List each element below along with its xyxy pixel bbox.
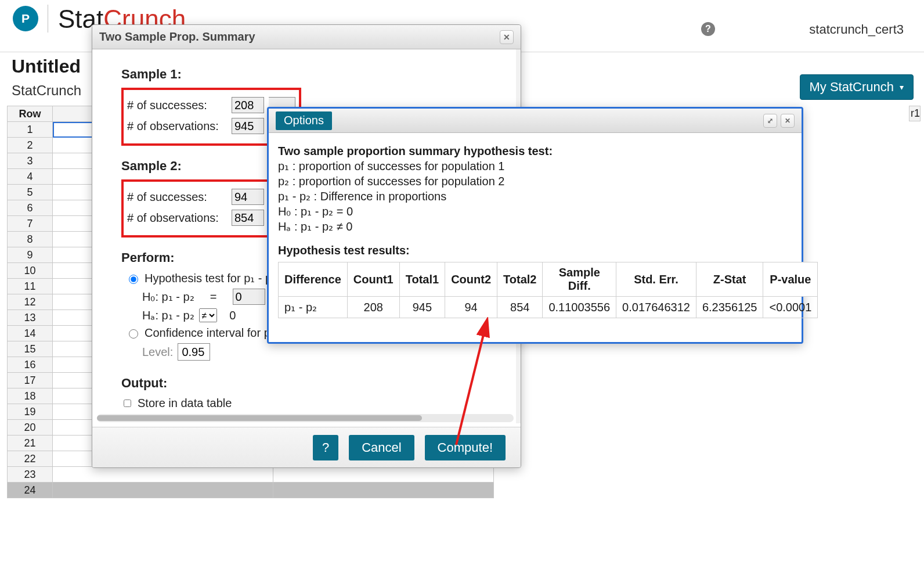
ha-value: 0 bbox=[229, 309, 236, 322]
row-number: 2 bbox=[8, 138, 53, 153]
cell[interactable] bbox=[53, 483, 273, 498]
row-number: 8 bbox=[8, 232, 53, 247]
sample2-observations-input[interactable] bbox=[232, 210, 264, 226]
row-header-label: Row bbox=[8, 106, 53, 122]
row-number: 6 bbox=[8, 200, 53, 216]
cell-std-err: 0.017646312 bbox=[616, 297, 696, 318]
col-total1: Total1 bbox=[399, 262, 445, 297]
dialog-title-text: Two Sample Prop. Summary bbox=[99, 30, 255, 44]
col-total2: Total2 bbox=[497, 262, 543, 297]
sample2-successes-input[interactable] bbox=[232, 189, 264, 205]
options-button[interactable]: Options bbox=[276, 111, 332, 130]
svg-text:P: P bbox=[21, 12, 30, 25]
page-title: Untitled bbox=[12, 56, 81, 77]
cell[interactable] bbox=[273, 483, 494, 498]
row-number: 14 bbox=[8, 326, 53, 341]
output-heading: Output: bbox=[121, 376, 495, 391]
cell-p-value: <0.0001 bbox=[763, 297, 818, 318]
sample2-successes-label: # of successes: bbox=[127, 190, 227, 204]
row-number: 7 bbox=[8, 216, 53, 232]
hypothesis-test-radio[interactable] bbox=[129, 275, 138, 284]
col-std-err: Std. Err. bbox=[616, 262, 696, 297]
row-number: 17 bbox=[8, 373, 53, 388]
col-p-value: P-value bbox=[763, 262, 818, 297]
row-number: 24 bbox=[8, 483, 53, 498]
level-input[interactable] bbox=[178, 343, 210, 361]
results-table-heading: Hypothesis test results: bbox=[278, 244, 792, 257]
cell[interactable] bbox=[53, 467, 273, 483]
table-row: p₁ - p₂ 208 945 94 854 0.11003556 0.0176… bbox=[279, 297, 818, 318]
scrollbar-thumb[interactable] bbox=[97, 415, 422, 421]
cell-z-stat: 6.2356125 bbox=[696, 297, 763, 318]
row-number: 10 bbox=[8, 263, 53, 279]
row-number: 3 bbox=[8, 153, 53, 169]
row-number: 21 bbox=[8, 436, 53, 451]
ha-operator-select[interactable]: ≠ bbox=[199, 308, 217, 322]
ha-label: Hₐ: p₁ - p₂ bbox=[142, 308, 194, 322]
row-number: 16 bbox=[8, 357, 53, 373]
hypothesis-test-label: Hypothesis test for p₁ - p₂ bbox=[145, 271, 276, 285]
row-number: 1 bbox=[8, 122, 53, 138]
sample1-heading: Sample 1: bbox=[121, 67, 495, 82]
row-number: 12 bbox=[8, 294, 53, 310]
cell-sample-diff: 0.11003556 bbox=[543, 297, 616, 318]
col-difference: Difference bbox=[279, 262, 348, 297]
cell-total2: 854 bbox=[497, 297, 543, 318]
row-number: 19 bbox=[8, 404, 53, 420]
cell-count1: 208 bbox=[347, 297, 399, 318]
sample1-observations-label: # of observations: bbox=[127, 120, 227, 133]
results-p1-line: p₁ : proportion of successes for populat… bbox=[278, 159, 792, 173]
confidence-interval-radio[interactable] bbox=[129, 329, 138, 339]
results-titlebar[interactable]: Options ⤢ ✕ bbox=[269, 109, 802, 133]
sample2-observations-label: # of observations: bbox=[127, 211, 227, 225]
page-subtitle: StatCrunch bbox=[12, 82, 81, 99]
dialog-titlebar[interactable]: Two Sample Prop. Summary ✕ bbox=[92, 25, 521, 49]
results-p2-line: p₂ : proportion of successes for populat… bbox=[278, 174, 792, 188]
row-number: 18 bbox=[8, 388, 53, 404]
row-number: 5 bbox=[8, 185, 53, 200]
level-label: Level: bbox=[142, 346, 173, 359]
row-number: 9 bbox=[8, 247, 53, 263]
results-diff-line: p₁ - p₂ : Difference in proportions bbox=[278, 189, 792, 203]
row-number: 4 bbox=[8, 169, 53, 185]
dialog-footer: ? Cancel Compute! bbox=[92, 427, 521, 467]
row-number: 20 bbox=[8, 420, 53, 436]
user-label[interactable]: statcrunch_cert3 bbox=[809, 22, 904, 37]
sample1-observations-input[interactable] bbox=[232, 118, 264, 134]
expand-icon[interactable]: ⤢ bbox=[763, 114, 777, 128]
col-sample-diff: Sample Diff. bbox=[543, 262, 616, 297]
results-dialog: Options ⤢ ✕ Two sample proportion summar… bbox=[267, 107, 803, 344]
cell-diff: p₁ - p₂ bbox=[279, 297, 348, 318]
row-number: 13 bbox=[8, 310, 53, 326]
store-in-data-table-checkbox[interactable] bbox=[124, 400, 131, 407]
row-number: 22 bbox=[8, 451, 53, 467]
row-number: 23 bbox=[8, 467, 53, 483]
results-table: Difference Count1 Total1 Count2 Total2 S… bbox=[278, 262, 818, 318]
logo-separator bbox=[48, 5, 48, 33]
pearson-logo: P bbox=[13, 6, 38, 31]
col-count1: Count1 bbox=[347, 262, 399, 297]
row-number: 15 bbox=[8, 341, 53, 357]
help-icon[interactable]: ? bbox=[701, 22, 715, 36]
column-header-r1[interactable]: r1 bbox=[909, 106, 921, 121]
h0-value-input[interactable] bbox=[233, 289, 265, 305]
sample1-successes-label: # of successes: bbox=[127, 99, 227, 112]
row-number: 11 bbox=[8, 279, 53, 294]
cancel-button[interactable]: Cancel bbox=[349, 435, 414, 460]
compute-button[interactable]: Compute! bbox=[425, 435, 506, 460]
close-icon[interactable]: ✕ bbox=[500, 30, 514, 44]
close-icon[interactable]: ✕ bbox=[781, 114, 795, 128]
col-z-stat: Z-Stat bbox=[696, 262, 763, 297]
my-statcrunch-button[interactable]: My StatCrunch bbox=[800, 74, 914, 100]
h0-operator: = bbox=[210, 290, 217, 304]
col-count2: Count2 bbox=[445, 262, 497, 297]
store-in-data-table-label: Store in data table bbox=[138, 397, 232, 410]
results-ha-line: Hₐ : p₁ - p₂ ≠ 0 bbox=[278, 219, 792, 233]
sample1-successes-input[interactable] bbox=[232, 97, 264, 113]
help-button[interactable]: ? bbox=[313, 435, 338, 460]
results-h0-line: H₀ : p₁ - p₂ = 0 bbox=[278, 204, 792, 218]
h0-label: H₀: p₁ - p₂ bbox=[142, 290, 194, 304]
results-heading: Two sample proportion summary hypothesis… bbox=[278, 145, 792, 158]
cell[interactable] bbox=[273, 467, 494, 483]
dialog-horizontal-scrollbar[interactable] bbox=[97, 414, 514, 422]
